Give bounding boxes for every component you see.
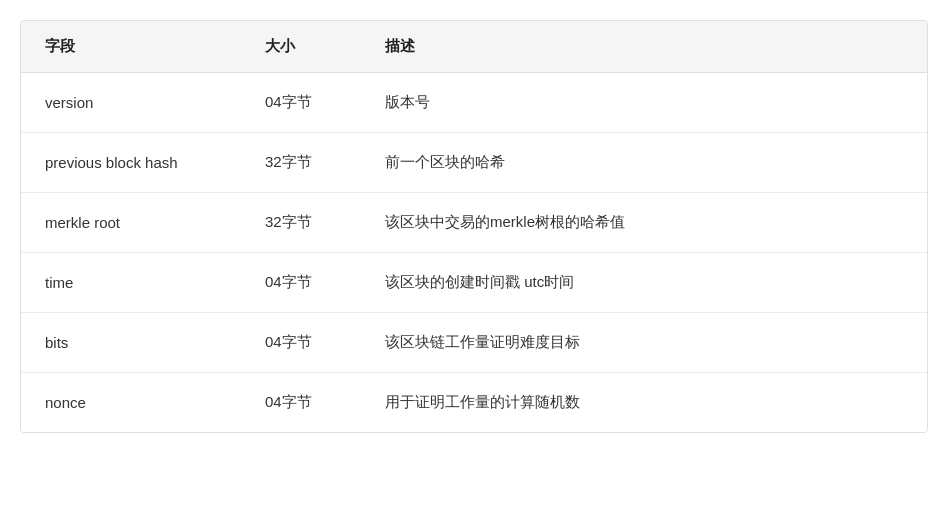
cell-field: nonce — [21, 373, 241, 433]
cell-size: 04字节 — [241, 313, 361, 373]
table-row: nonce04字节用于证明工作量的计算随机数 — [21, 373, 927, 433]
cell-size: 04字节 — [241, 373, 361, 433]
cell-field: bits — [21, 313, 241, 373]
table-row: bits04字节该区块链工作量证明难度目标 — [21, 313, 927, 373]
cell-description: 该区块的创建时间戳 utc时间 — [361, 253, 927, 313]
cell-size: 04字节 — [241, 73, 361, 133]
cell-field: previous block hash — [21, 133, 241, 193]
cell-field: merkle root — [21, 193, 241, 253]
column-header-size: 大小 — [241, 21, 361, 73]
table-row: previous block hash32字节前一个区块的哈希 — [21, 133, 927, 193]
cell-field: time — [21, 253, 241, 313]
cell-description: 版本号 — [361, 73, 927, 133]
cell-size: 32字节 — [241, 193, 361, 253]
cell-size: 04字节 — [241, 253, 361, 313]
table-row: merkle root32字节该区块中交易的merkle树根的哈希值 — [21, 193, 927, 253]
table-header-row: 字段 大小 描述 — [21, 21, 927, 73]
column-header-field: 字段 — [21, 21, 241, 73]
table-row: time04字节该区块的创建时间戳 utc时间 — [21, 253, 927, 313]
blockchain-header-table: 字段 大小 描述 version04字节版本号previous block ha… — [20, 20, 928, 433]
cell-field: version — [21, 73, 241, 133]
cell-description: 前一个区块的哈希 — [361, 133, 927, 193]
cell-description: 该区块中交易的merkle树根的哈希值 — [361, 193, 927, 253]
table-row: version04字节版本号 — [21, 73, 927, 133]
cell-description: 该区块链工作量证明难度目标 — [361, 313, 927, 373]
cell-description: 用于证明工作量的计算随机数 — [361, 373, 927, 433]
column-header-description: 描述 — [361, 21, 927, 73]
cell-size: 32字节 — [241, 133, 361, 193]
